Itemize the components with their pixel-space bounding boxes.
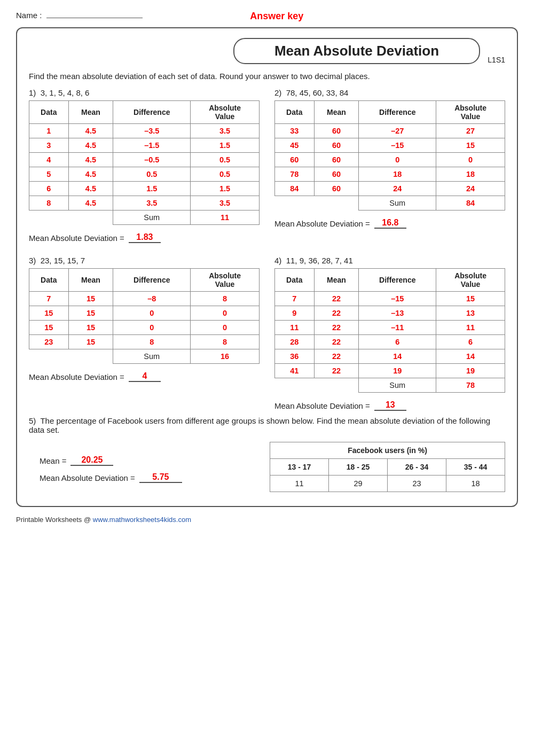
footer: Printable Worksheets @ www.mathworksheet… bbox=[16, 516, 518, 524]
sum-row: Sum 11 bbox=[29, 211, 260, 225]
col-diff: Difference bbox=[359, 101, 436, 124]
facebook-table-header: Facebook users (in %) bbox=[270, 442, 505, 459]
problem-4: 4) 11, 9, 36, 28, 7, 41 Data Mean Differ… bbox=[274, 256, 505, 411]
table-row: 9 22 –13 13 bbox=[275, 306, 505, 321]
problem-1-mad: Mean Absolute Deviation = 1.83 bbox=[29, 232, 260, 243]
title-row: Mean Absolute Deviation L1S1 bbox=[29, 38, 505, 64]
table-row: 28 22 6 6 bbox=[275, 335, 505, 349]
table-row: 6 4.5 1.5 1.5 bbox=[29, 182, 260, 196]
facebook-table: Facebook users (in %) 13 - 17 18 - 25 26… bbox=[270, 442, 505, 492]
col-mean: Mean bbox=[68, 269, 113, 292]
problem-2: 2) 78, 45, 60, 33, 84 Data Mean Differen… bbox=[274, 88, 505, 243]
problem-3: 3) 23, 15, 15, 7 Data Mean Difference Ab… bbox=[29, 256, 260, 411]
problem-3-table: Data Mean Difference AbsoluteValue 7 15 … bbox=[29, 268, 260, 364]
table-row: 8 4.5 3.5 3.5 bbox=[29, 196, 260, 211]
table-row: 4 4.5 –0.5 0.5 bbox=[29, 153, 260, 167]
col-diff: Difference bbox=[113, 101, 191, 124]
answer-key: Answer key bbox=[143, 11, 411, 22]
table-row: 5 4.5 0.5 0.5 bbox=[29, 167, 260, 182]
problems-grid: 1) 3, 1, 5, 4, 8, 6 Data Mean Difference… bbox=[29, 88, 505, 411]
col-abs: AbsoluteValue bbox=[436, 101, 505, 124]
table-row: 15 15 0 0 bbox=[29, 306, 260, 321]
header: Name : Answer key bbox=[16, 11, 518, 22]
col-data: Data bbox=[275, 101, 315, 124]
table-row: 7 22 –15 15 bbox=[275, 292, 505, 306]
col-age-2: 18 - 25 bbox=[329, 459, 388, 476]
table-row: 60 60 0 0 bbox=[275, 153, 505, 167]
col-diff: Difference bbox=[113, 269, 191, 292]
table-row: 3 4.5 –1.5 1.5 bbox=[29, 138, 260, 153]
problem-5-label: 5) The percentage of Facebook users from… bbox=[29, 416, 505, 434]
sum-row: Sum 78 bbox=[275, 378, 505, 393]
table-row: 23 15 8 8 bbox=[29, 335, 260, 349]
table-row: 1 4.5 –3.5 3.5 bbox=[29, 124, 260, 138]
problem-1-table: Data Mean Difference AbsoluteValue 1 4.5… bbox=[29, 100, 260, 225]
instructions: Find the mean absolute deviation of each… bbox=[29, 72, 505, 81]
col-mean: Mean bbox=[68, 101, 113, 124]
col-data: Data bbox=[29, 101, 69, 124]
level-label: L1S1 bbox=[488, 56, 505, 64]
col-age-1: 13 - 17 bbox=[270, 459, 329, 476]
worksheet-title: Mean Absolute Deviation bbox=[233, 38, 481, 64]
problem-3-label: 3) 23, 15, 15, 7 bbox=[29, 256, 260, 265]
mean-row: Mean = 20.25 bbox=[40, 455, 264, 466]
problem-4-table: Data Mean Difference AbsoluteValue 7 22 … bbox=[274, 268, 505, 393]
problem-2-mad: Mean Absolute Deviation = 16.8 bbox=[274, 218, 505, 229]
col-age-4: 35 - 44 bbox=[446, 459, 505, 476]
col-abs: AbsoluteValue bbox=[191, 101, 260, 124]
table-row: 33 60 –27 27 bbox=[275, 124, 505, 138]
problem-1: 1) 3, 1, 5, 4, 8, 6 Data Mean Difference… bbox=[29, 88, 260, 243]
table-row: 11 22 –11 11 bbox=[275, 321, 505, 335]
table-row: 78 60 18 18 bbox=[275, 167, 505, 182]
problem-5-left: Mean = 20.25 Mean Absolute Deviation = 5… bbox=[29, 455, 264, 483]
col-data: Data bbox=[29, 269, 69, 292]
col-abs: AbsoluteValue bbox=[436, 269, 505, 292]
problem-1-label: 1) 3, 1, 5, 4, 8, 6 bbox=[29, 88, 260, 97]
problem-5: 5) The percentage of Facebook users from… bbox=[29, 416, 505, 496]
problem-5-inner: Mean = 20.25 Mean Absolute Deviation = 5… bbox=[29, 442, 505, 496]
problem-4-label: 4) 11, 9, 36, 28, 7, 41 bbox=[274, 256, 505, 265]
col-data: Data bbox=[275, 269, 315, 292]
problem-5-right: Facebook users (in %) 13 - 17 18 - 25 26… bbox=[270, 442, 505, 496]
col-abs: AbsoluteValue bbox=[191, 269, 260, 292]
table-row: 7 15 –8 8 bbox=[29, 292, 260, 306]
problem-2-table: Data Mean Difference AbsoluteValue 33 60… bbox=[274, 100, 505, 211]
problem-3-mad: Mean Absolute Deviation = 4 bbox=[29, 371, 260, 382]
table-row: 84 60 24 24 bbox=[275, 182, 505, 196]
name-label: Name : bbox=[16, 11, 143, 20]
problem-2-label: 2) 78, 45, 60, 33, 84 bbox=[274, 88, 505, 97]
col-age-3: 26 - 34 bbox=[388, 459, 446, 476]
main-content-box: Mean Absolute Deviation L1S1 Find the me… bbox=[16, 27, 518, 507]
sum-row: Sum 84 bbox=[275, 196, 505, 211]
table-row: 36 22 14 14 bbox=[275, 349, 505, 364]
col-diff: Difference bbox=[359, 269, 436, 292]
table-row: 15 15 0 0 bbox=[29, 321, 260, 335]
table-row: 11 29 23 18 bbox=[270, 476, 505, 492]
footer-url: www.mathworksheets4kids.com bbox=[93, 516, 191, 524]
mad5-row: Mean Absolute Deviation = 5.75 bbox=[40, 472, 264, 483]
col-mean: Mean bbox=[314, 101, 359, 124]
problem-4-mad: Mean Absolute Deviation = 13 bbox=[274, 400, 505, 411]
col-mean: Mean bbox=[314, 269, 359, 292]
table-row: 41 22 19 19 bbox=[275, 364, 505, 378]
sum-row: Sum 16 bbox=[29, 349, 260, 364]
table-row: 45 60 –15 15 bbox=[275, 138, 505, 153]
